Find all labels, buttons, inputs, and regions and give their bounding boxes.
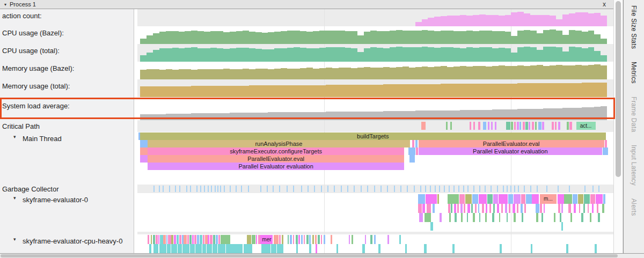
trace-bar[interactable] bbox=[590, 194, 595, 204]
collapse-arrow-icon[interactable]: ▾ bbox=[13, 134, 16, 139]
critical-path-slice[interactable] bbox=[525, 122, 528, 130]
trace-bar[interactable] bbox=[248, 244, 252, 253]
trace-bar[interactable] bbox=[509, 204, 510, 213]
trace-bar[interactable] bbox=[558, 194, 564, 204]
gc-event-tick[interactable] bbox=[524, 186, 525, 192]
trace-bar[interactable] bbox=[597, 204, 598, 213]
trace-bar[interactable] bbox=[454, 204, 456, 213]
trace-bar[interactable] bbox=[517, 204, 518, 213]
trace-bar[interactable] bbox=[167, 244, 171, 253]
trace-bar[interactable] bbox=[430, 222, 433, 231]
trace-bar[interactable] bbox=[232, 244, 242, 253]
gc-event-tick[interactable] bbox=[497, 186, 498, 192]
gc-event-tick[interactable] bbox=[248, 186, 249, 192]
gc-event-tick[interactable] bbox=[190, 186, 191, 192]
trace-bar[interactable] bbox=[352, 235, 353, 244]
trace-bar[interactable] bbox=[315, 235, 317, 244]
trace-bar[interactable] bbox=[479, 213, 481, 222]
gc-event-tick[interactable] bbox=[514, 186, 515, 192]
gc-event-tick[interactable] bbox=[537, 186, 538, 192]
tab-alerts[interactable]: Alerts bbox=[630, 198, 638, 216]
gc-event-tick[interactable] bbox=[491, 186, 492, 192]
trace-bar[interactable] bbox=[218, 235, 221, 244]
gc-event-tick[interactable] bbox=[308, 186, 309, 192]
trace-bar[interactable] bbox=[282, 235, 283, 244]
trace-bar[interactable] bbox=[595, 244, 597, 253]
trace-bar[interactable] bbox=[202, 244, 206, 253]
trace-bar[interactable] bbox=[536, 213, 538, 222]
trace-bar[interactable] bbox=[296, 235, 298, 244]
timeline-skyframe-evaluator-0[interactable]: m... bbox=[134, 193, 613, 232]
trace-bar[interactable] bbox=[418, 194, 425, 204]
trace-bar[interactable] bbox=[467, 204, 470, 213]
trace-bar[interactable] bbox=[500, 244, 502, 253]
trace-bar[interactable] bbox=[140, 148, 148, 155]
critical-path-slice[interactable] bbox=[506, 122, 510, 130]
critical-path-slice[interactable] bbox=[470, 122, 471, 130]
trace-bar[interactable] bbox=[603, 194, 605, 204]
collapse-arrow-icon[interactable]: ▾ bbox=[4, 2, 6, 7]
trace-bar[interactable] bbox=[467, 213, 469, 222]
trace-bar[interactable] bbox=[475, 204, 477, 213]
trace-bar[interactable] bbox=[578, 194, 583, 204]
trace-bar[interactable] bbox=[573, 194, 577, 204]
gc-event-tick[interactable] bbox=[592, 186, 594, 192]
critical-path-slice[interactable] bbox=[478, 122, 480, 130]
trace-bar[interactable] bbox=[564, 194, 572, 204]
trace-bar[interactable] bbox=[177, 235, 179, 244]
trace-bar[interactable] bbox=[218, 244, 225, 253]
trace-bar[interactable] bbox=[449, 213, 451, 222]
gc-event-tick[interactable] bbox=[569, 186, 570, 192]
gc-event-tick[interactable] bbox=[439, 186, 440, 192]
gc-event-tick[interactable] bbox=[175, 186, 176, 192]
gc-event-tick[interactable] bbox=[367, 186, 368, 192]
trace-bar[interactable] bbox=[451, 204, 452, 213]
trace-bar[interactable] bbox=[588, 204, 589, 213]
horizontal-scrollbar-thumb[interactable] bbox=[1, 254, 618, 257]
gc-event-tick[interactable] bbox=[217, 186, 218, 192]
trace-bar[interactable] bbox=[304, 235, 305, 244]
gc-event-tick[interactable] bbox=[444, 186, 445, 192]
trace-bar[interactable] bbox=[163, 235, 165, 244]
timeline-critical-path[interactable]: act... bbox=[134, 120, 613, 132]
trace-bar[interactable] bbox=[422, 204, 425, 213]
gc-event-tick[interactable] bbox=[414, 186, 415, 192]
gc-event-tick[interactable] bbox=[400, 186, 401, 192]
timeline-skyframe-evaluator-cpu-heavy-0[interactable]: mer bbox=[134, 234, 613, 253]
trace-bar[interactable] bbox=[472, 194, 478, 204]
critical-path-slice[interactable] bbox=[473, 122, 475, 130]
trace-bar[interactable] bbox=[312, 235, 314, 244]
trace-bar[interactable] bbox=[153, 244, 158, 253]
trace-bar[interactable] bbox=[256, 235, 258, 244]
trace-bar[interactable]: ParallelEvaluator.eval bbox=[419, 140, 604, 148]
trace-bar[interactable] bbox=[213, 235, 215, 244]
gc-event-tick[interactable] bbox=[163, 186, 164, 192]
gc-event-tick[interactable] bbox=[260, 186, 261, 192]
trace-bar[interactable] bbox=[540, 204, 542, 213]
trace-bar[interactable] bbox=[153, 235, 155, 244]
trace-bar[interactable] bbox=[603, 148, 608, 155]
trace-bar[interactable] bbox=[160, 235, 163, 244]
gc-event-tick[interactable] bbox=[314, 186, 315, 192]
critical-path-slice[interactable]: act... bbox=[576, 122, 596, 130]
gc-event-tick[interactable] bbox=[380, 186, 382, 192]
gc-event-tick[interactable] bbox=[241, 186, 242, 192]
trace-bar[interactable] bbox=[437, 194, 440, 204]
trace-bar[interactable] bbox=[156, 235, 158, 244]
trace-bar[interactable] bbox=[370, 235, 372, 244]
trace-bar[interactable] bbox=[596, 194, 603, 204]
gc-event-tick[interactable] bbox=[347, 186, 348, 192]
trace-bar[interactable] bbox=[452, 244, 455, 253]
trace-bar[interactable] bbox=[598, 213, 600, 222]
trace-bar[interactable] bbox=[541, 213, 543, 222]
critical-path-slice[interactable] bbox=[491, 122, 493, 130]
critical-path-slice[interactable] bbox=[569, 122, 572, 130]
trace-bar[interactable] bbox=[505, 204, 507, 213]
trace-bar[interactable]: m... bbox=[540, 194, 557, 204]
gc-event-tick[interactable] bbox=[449, 186, 450, 192]
gc-event-tick[interactable] bbox=[169, 186, 170, 192]
gc-event-tick[interactable] bbox=[598, 186, 599, 192]
trace-bar[interactable] bbox=[226, 244, 232, 253]
trace-bar[interactable] bbox=[426, 194, 437, 204]
trace-bar[interactable] bbox=[448, 204, 450, 213]
